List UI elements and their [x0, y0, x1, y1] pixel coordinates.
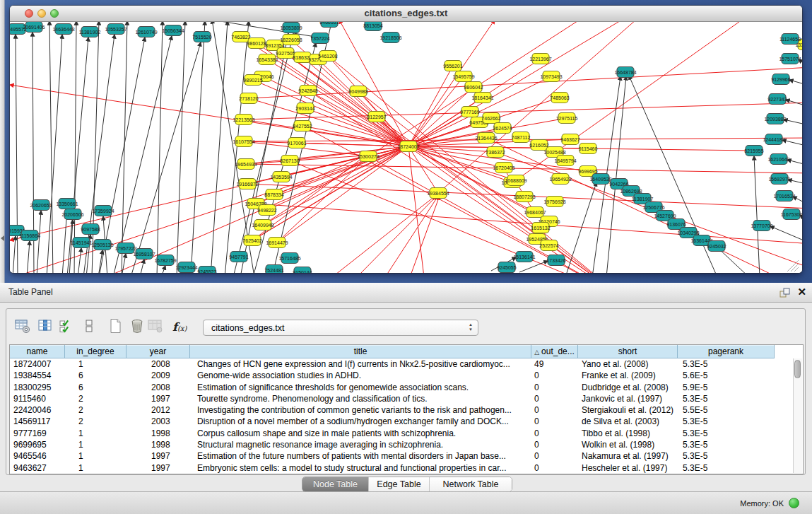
- cell[interactable]: Changes of HCN gene expression and I(f) …: [190, 358, 531, 370]
- graph-node[interactable]: 11675300: [781, 209, 802, 220]
- cell[interactable]: 5.3E-5: [678, 439, 775, 450]
- cell[interactable]: 2008: [126, 358, 190, 370]
- cell[interactable]: Embryonic stem cells: a model to study s…: [190, 462, 531, 474]
- cell[interactable]: 1: [65, 450, 126, 462]
- window-title-bar[interactable]: citations_edges.txt: [10, 6, 802, 22]
- tab-network-table[interactable]: Network Table: [429, 477, 512, 491]
- graph-node[interactable]: 20691406: [23, 22, 45, 33]
- graph-node[interactable]: 16409538: [589, 174, 611, 185]
- graph-node[interactable]: 7515520: [192, 32, 211, 42]
- graph-node[interactable]: 9170061: [287, 138, 306, 148]
- cell[interactable]: Jankovic et al. (1997): [578, 393, 678, 404]
- cell[interactable]: Nakamura et al. (1997): [578, 450, 678, 462]
- graph-node[interactable]: 16648784: [614, 67, 636, 78]
- table-settings-button[interactable]: [13, 317, 32, 336]
- show-columns-button[interactable]: [36, 317, 54, 336]
- graph-node[interactable]: 10553257: [105, 24, 126, 35]
- graph-node[interactable]: 16107554: [233, 136, 254, 147]
- table-row[interactable]: 969969511998Structural magnetic resonanc…: [10, 439, 803, 450]
- graph-node[interactable]: 8267130: [280, 156, 299, 166]
- cell[interactable]: 1997: [126, 393, 190, 404]
- graph-node[interactable]: 7357224: [310, 33, 329, 44]
- cell[interactable]: 5.6E-5: [678, 370, 775, 381]
- collapse-left-icon[interactable]: [1, 235, 4, 241]
- new-table-button[interactable]: [107, 317, 125, 336]
- graph-node[interactable]: 9556201: [443, 61, 462, 71]
- graph-node[interactable]: 15692971: [768, 174, 790, 185]
- graph-node[interactable]: 9150144: [293, 267, 312, 274]
- graph-node[interactable]: 9097588: [81, 224, 100, 235]
- table-row[interactable]: 946362711997Embryonic stem cells: a mode…: [10, 462, 803, 474]
- cell[interactable]: 6: [65, 370, 126, 381]
- graph-node[interactable]: 8878334: [264, 189, 283, 200]
- cell[interactable]: 1998: [126, 439, 190, 450]
- cell[interactable]: 2009: [126, 370, 190, 381]
- table-row[interactable]: 911546021997Tourette syndrome. Phenomeno…: [10, 393, 803, 404]
- graph-node[interactable]: 14636448: [52, 24, 74, 35]
- network-canvas[interactable]: 1872400774638229860128891235418226058932…: [10, 22, 802, 273]
- cell[interactable]: 5.9E-5: [678, 382, 775, 393]
- cell[interactable]: 1998: [126, 428, 190, 439]
- graph-node[interactable]: 7625402: [242, 235, 261, 246]
- graph-node[interactable]: 9245523: [197, 267, 216, 274]
- graph-node[interactable]: 17016534: [773, 191, 795, 201]
- cell[interactable]: Genome-wide association studies in ADHD.: [190, 370, 531, 381]
- select-columns-button[interactable]: [57, 317, 76, 336]
- cell[interactable]: 18300295: [10, 382, 65, 393]
- cell[interactable]: 2: [65, 404, 126, 416]
- table-row[interactable]: 946554611997Estimation of the future num…: [10, 450, 803, 462]
- graph-node[interactable]: 11381902: [79, 27, 101, 37]
- cell[interactable]: 14569117: [10, 416, 65, 427]
- graph-node[interactable]: 9227343: [767, 94, 787, 105]
- graph-node[interactable]: 12213563: [233, 115, 254, 125]
- graph-node[interactable]: 9806042: [464, 82, 483, 93]
- graph-node[interactable]: 12444183: [763, 134, 784, 145]
- cell[interactable]: 0: [531, 370, 578, 381]
- cell[interactable]: 1: [65, 462, 126, 474]
- column-header-short[interactable]: short: [578, 345, 678, 358]
- graph-node[interactable]: 1615132: [531, 223, 550, 233]
- table-row[interactable]: 1456911722003Disruption of a novel membe…: [10, 416, 803, 427]
- import-table-button[interactable]: [146, 317, 165, 336]
- graph-node[interactable]: 12975115: [556, 113, 578, 124]
- cell[interactable]: 5.3E-5: [678, 428, 775, 439]
- graph-node[interactable]: 15300273: [357, 151, 379, 162]
- graph-node[interactable]: 7386372: [486, 147, 505, 158]
- graph-node[interactable]: 8122957: [367, 112, 386, 122]
- table-select-dropdown[interactable]: citations_edges.txt ▲▼: [203, 320, 478, 336]
- scrollbar-thumb[interactable]: [794, 360, 801, 378]
- graph-node[interactable]: 9463627: [560, 134, 579, 145]
- graph-node[interactable]: 12213967: [529, 54, 551, 64]
- column-header-title[interactable]: title: [190, 345, 531, 358]
- graph-node[interactable]: 12923444: [175, 262, 197, 273]
- cell[interactable]: 5.3E-5: [678, 450, 775, 462]
- graph-node[interactable]: 19654923: [549, 174, 571, 185]
- graph-node[interactable]: 7462662: [481, 113, 500, 124]
- delete-table-button[interactable]: [128, 317, 146, 336]
- column-header-out_de[interactable]: △out_de...: [531, 345, 578, 358]
- table-row[interactable]: 1830029562008Estimation of significance …: [10, 382, 803, 393]
- cell[interactable]: 49: [531, 358, 578, 370]
- cell[interactable]: 2008: [126, 382, 190, 393]
- cell[interactable]: Yano et al. (2008): [578, 358, 678, 370]
- cell[interactable]: 19384554: [10, 370, 65, 381]
- graph-node[interactable]: 5461208: [318, 51, 337, 62]
- graph-node[interactable]: 19166872: [236, 179, 258, 189]
- table-row[interactable]: 1938455462009Genome-wide association stu…: [10, 370, 803, 381]
- cell[interactable]: 2: [65, 416, 126, 427]
- table-row[interactable]: 2242004622012Investigating the contribut…: [10, 404, 803, 416]
- graph-node[interactable]: 16210643: [767, 154, 789, 165]
- graph-node[interactable]: 20206506: [61, 209, 83, 220]
- cell[interactable]: Hescheler et al. (1997): [578, 462, 678, 474]
- memory-status-icon[interactable]: [789, 498, 799, 508]
- graph-node[interactable]: 3624574: [493, 123, 512, 134]
- graph-node[interactable]: 8813054: [363, 22, 382, 31]
- zoom-window-button[interactable]: [50, 9, 59, 18]
- graph-node[interactable]: 19654933: [235, 159, 257, 170]
- column-header-pagerank[interactable]: pagerank: [678, 345, 775, 358]
- graph-node[interactable]: 19384554: [427, 188, 449, 199]
- network-view-window[interactable]: citations_edges.txt 18724007746382298601…: [10, 6, 802, 273]
- cell[interactable]: Franke et al. (2009): [578, 370, 678, 381]
- cell[interactable]: 0: [531, 439, 578, 450]
- cell[interactable]: 0: [531, 382, 578, 393]
